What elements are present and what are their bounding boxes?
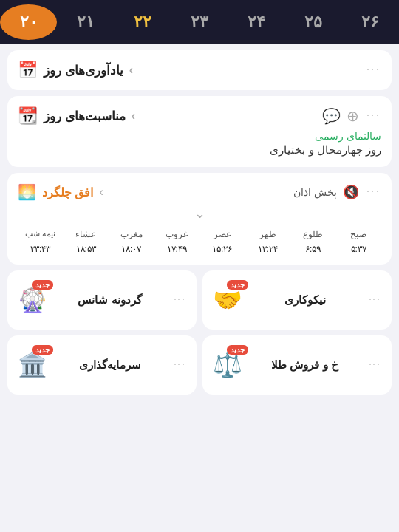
prayer-title: افق چلگرد	[42, 185, 93, 200]
occasions-icon: 📆	[18, 106, 38, 126]
prayer-title-group: › افق چلگرد 🌅	[18, 183, 106, 201]
widget-icon-wrap: 🎡جدید	[18, 286, 47, 314]
date-label: ۲۰	[0, 4, 57, 40]
new-badge: جدید	[227, 280, 248, 290]
new-badge: جدید	[32, 345, 53, 355]
widget-dots[interactable]: ⋮	[172, 358, 186, 372]
date-label: ۲۳	[171, 13, 228, 32]
prayer-time-value: ۱۸:۵۳	[64, 241, 109, 254]
prayer-col-header: نیمه شب	[18, 228, 64, 241]
date-label: ۲۲	[114, 13, 171, 32]
prayer-times-grid: صبحطلوعظهرعصرغروبمغربعشاءنیمه شب۵:۳۷۶:۵۹…	[18, 228, 381, 254]
date-item-۲۶[interactable]: ۲۶	[342, 0, 399, 44]
prayer-time-value: ۱۸:۰۷	[109, 241, 154, 254]
prayer-col-header: صبح	[336, 228, 382, 241]
new-badge: جدید	[227, 345, 248, 355]
event-name: روز چهارمحال و بختیاری	[18, 143, 381, 157]
widget-icon: 🏛️	[18, 351, 47, 379]
add-icon[interactable]: ⊕	[347, 107, 359, 125]
sun-icon: 🌅	[18, 183, 36, 201]
date-item-۲۰[interactable]: ۲۰	[0, 0, 57, 44]
prayer-arrow[interactable]: ›	[99, 185, 103, 199]
sound-icon[interactable]: 🔇	[343, 184, 359, 200]
new-badge: جدید	[32, 280, 53, 290]
widget-card[interactable]: ⋮گردونه شانس🎡جدید	[7, 270, 197, 330]
calendar-icon: 📅	[18, 61, 38, 80]
reminders-title-group: › یادآوری‌های روز 📅	[18, 61, 136, 80]
prayer-header: ⋮ 🔇 پخش اذان › افق چلگرد 🌅	[18, 183, 381, 201]
date-item-۲۵[interactable]: ۲۵	[285, 0, 342, 44]
date-bar: ۲۶۲۵۲۴۲۳۲۲۲۱۲۰	[0, 0, 399, 44]
prayer-time-value: ۵:۳۷	[336, 241, 382, 254]
prayer-expand[interactable]: ⌄	[18, 205, 381, 222]
prayer-subtitle: پخش اذان	[293, 186, 337, 198]
date-label: ۲۵	[285, 13, 342, 32]
widget-card[interactable]: ⋮نیکوکاری🤝جدید	[202, 270, 392, 330]
reminders-title: یادآوری‌های روز	[44, 63, 123, 78]
reminders-dots[interactable]: ⋮	[365, 63, 381, 78]
widget-dots[interactable]: ⋮	[172, 293, 186, 307]
prayer-time-value: ۶:۵۹	[290, 241, 336, 254]
prayer-col-header: ظهر	[245, 228, 291, 241]
occasions-section: ⋮ ⊕ 💬 › مناسبت‌های روز 📆 سالنمای رسمی رو…	[7, 96, 392, 167]
occasions-title: مناسبت‌های روز	[44, 109, 126, 124]
occasions-dots[interactable]: ⋮	[365, 109, 381, 123]
occasions-arrow[interactable]: ›	[132, 109, 135, 123]
prayer-col-header: عشاء	[64, 228, 109, 241]
prayer-time-value: ۱۲:۲۴	[245, 241, 291, 254]
widget-card[interactable]: ⋮خ و فروش طلا⚖️جدید	[202, 335, 392, 395]
prayer-section: ⋮ 🔇 پخش اذان › افق چلگرد 🌅 ⌄ صبحطلوعظهرع…	[7, 173, 392, 265]
widget-icon-wrap: ⚖️جدید	[213, 351, 242, 379]
official-label: سالنمای رسمی	[18, 130, 381, 142]
prayer-col-header: طلوع	[290, 228, 336, 241]
date-label: ۲۶	[342, 13, 399, 32]
occasions-title-group: › مناسبت‌های روز 📆	[18, 106, 138, 126]
prayer-time-value: ۱۷:۴۹	[154, 241, 200, 254]
date-item-۲۱[interactable]: ۲۱	[57, 0, 114, 44]
widget-dots[interactable]: ⋮	[367, 293, 381, 307]
widget-icon: ⚖️	[213, 351, 242, 379]
reminders-arrow[interactable]: ›	[129, 64, 133, 77]
widget-icon-wrap: 🏛️جدید	[18, 351, 47, 379]
widget-dots[interactable]: ⋮	[367, 358, 381, 372]
date-item-۲۳[interactable]: ۲۳	[171, 0, 228, 44]
date-label: ۲۱	[57, 13, 114, 32]
comment-icon[interactable]: 💬	[322, 107, 341, 125]
widget-icon-wrap: 🤝جدید	[213, 286, 242, 314]
prayer-time-value: ۱۵:۲۶	[200, 241, 245, 254]
prayer-dots[interactable]: ⋮	[365, 185, 381, 200]
prayer-time-value: ۲۳:۴۳	[18, 241, 64, 254]
widget-name: نیکوکاری	[284, 293, 326, 307]
widget-name: گردونه شانس	[78, 293, 141, 307]
prayer-col-header: غروب	[154, 228, 200, 241]
widget-grid: ⋮نیکوکاری🤝جدید⋮گردونه شانس🎡جدید⋮خ و فروش…	[7, 270, 392, 395]
prayer-col-header: عصر	[200, 228, 245, 241]
widget-card[interactable]: ⋮سرمایه‌گذاری🏛️جدید	[7, 335, 197, 395]
date-item-۲۲[interactable]: ۲۲	[114, 0, 171, 44]
widget-name: سرمایه‌گذاری	[79, 358, 141, 372]
date-label: ۲۴	[228, 13, 285, 32]
reminders-section: ⋮ › یادآوری‌های روز 📅	[7, 50, 392, 90]
widget-icon: 🎡	[18, 286, 47, 314]
prayer-col-header: مغرب	[109, 228, 154, 241]
widget-icon: 🤝	[213, 286, 242, 314]
widget-name: خ و فروش طلا	[271, 358, 338, 372]
date-item-۲۴[interactable]: ۲۴	[228, 0, 285, 44]
